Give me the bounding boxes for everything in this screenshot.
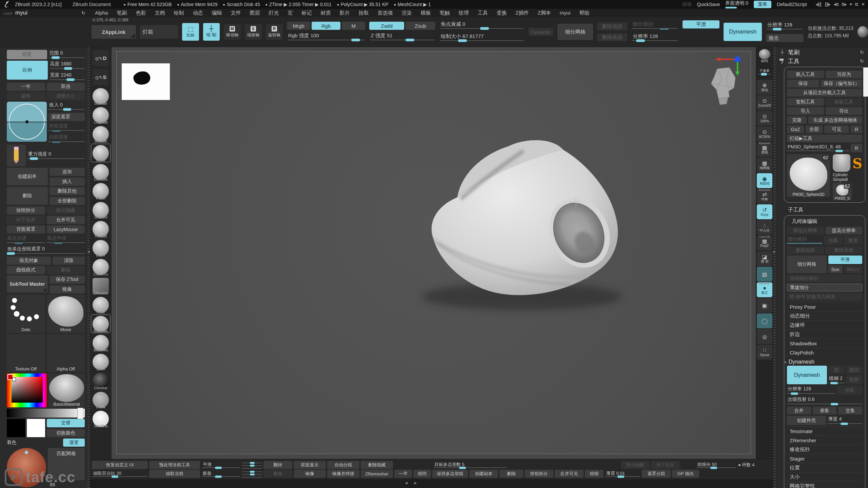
gradient-button[interactable]: 渐变 <box>63 439 85 447</box>
menu-item[interactable]: Z插件 <box>515 10 529 16</box>
main-color-swatch[interactable] <box>7 419 25 437</box>
right-shelf-button[interactable]: ∴ 中心点 <box>757 220 772 235</box>
bottom-bar-item[interactable]: 平滑 <box>201 461 240 469</box>
bottom-bar-item[interactable] <box>242 470 262 478</box>
geometry-subsection-row[interactable]: 边缘环 <box>787 320 862 329</box>
zbrush-s-logo[interactable]: S <box>852 155 862 171</box>
import-button[interactable]: 导入 <box>787 107 824 115</box>
embed-slider[interactable]: 嵌入 0 <box>48 102 85 111</box>
save-ztool-button[interactable]: 保存 ZTool <box>50 276 85 284</box>
menu-item[interactable]: 工具 <box>477 10 488 16</box>
geometry-subsection-row[interactable]: ZRemesher <box>787 435 862 445</box>
menu-item[interactable]: 笔触 <box>439 10 450 16</box>
geometry-header[interactable]: 几何体编辑 <box>787 217 862 225</box>
paste-tool-button[interactable]: 粘贴工具 <box>826 98 863 106</box>
bottom-bar-item[interactable]: 相同 <box>413 470 431 478</box>
shelf-item[interactable]: DamSta <box>91 163 110 181</box>
right-shelf-button[interactable]: ⊕ 滚动 <box>757 80 772 95</box>
mrgb-button[interactable]: Mrgb <box>287 22 310 30</box>
delete-button[interactable]: 删除 <box>7 187 48 205</box>
right-shelf-button[interactable]: BPR <box>757 48 772 63</box>
backface-mask-button[interactable]: 背面遮罩 <box>7 225 45 233</box>
bottom-bar-item[interactable]: 镜像并焊接 <box>327 470 359 478</box>
bottom-bar-item[interactable]: 向下合并 <box>651 461 680 469</box>
bottom-bar-item[interactable] <box>242 461 262 469</box>
make-polymesh-button[interactable]: 生成 多边形网格物体 <box>808 116 862 124</box>
sdiv-slider[interactable]: 细分级别 <box>631 21 678 30</box>
right-shelf-button[interactable]: ∷ Xpose <box>757 345 772 360</box>
shelf-item[interactable]: Move <box>91 144 110 162</box>
quicksave-button[interactable]: QuickSave <box>697 2 720 7</box>
lazy-step-slider[interactable]: 延迟步进 <box>7 235 45 244</box>
del-lower-button[interactable]: 删除低级 <box>597 22 627 30</box>
tool-refresh-icon[interactable]: ↻ <box>860 58 864 64</box>
bottom-bar-item[interactable]: 恢复自定义 UI <box>92 461 148 469</box>
mirror-button[interactable]: 镜像 <box>50 285 85 293</box>
right-shelf-button[interactable]: ◪ 透 明 <box>757 251 772 266</box>
menu-item[interactable]: 纹理 <box>458 10 469 16</box>
polish-button[interactable]: 抛光 <box>766 34 804 42</box>
restore-button[interactable]: 恢复 <box>844 236 862 245</box>
draw-size-slider[interactable]: 绘制大小 67.81777 <box>439 33 524 43</box>
bottom-bar-item[interactable]: ZRemesher <box>361 470 393 478</box>
match-mesh-button[interactable]: 匹配网格 <box>48 448 85 480</box>
dynamesh-subsection-header[interactable]: Dynamesh <box>787 359 862 365</box>
color-picker[interactable] <box>7 373 47 407</box>
shelf-item[interactable]: TrimDyr <box>91 220 110 238</box>
bottom-bar-item[interactable]: 厚度 0.01 <box>605 470 640 478</box>
bottom-bar-item[interactable]: 保持多边形组 <box>432 470 468 478</box>
rotate-axis-button[interactable]: R旋转轴 <box>266 24 283 40</box>
goz-visible-button[interactable]: 可见 <box>824 125 849 133</box>
shelf-item[interactable]: D <box>91 49 110 67</box>
m-button[interactable]: M <box>342 22 365 30</box>
subtract-button[interactable]: 差集 <box>813 407 837 414</box>
edit-mode-button[interactable]: ⬚Edit <box>182 23 199 41</box>
window-control-icon[interactable]: ⧉▸ <box>842 2 846 7</box>
pick-button[interactable]: 拾取 <box>837 386 862 395</box>
active-tool-slider[interactable]: PM3D_Sphere3D1_8. 48 <box>787 144 849 152</box>
right-shelf-button[interactable]: ◉ 局部转 <box>757 173 772 188</box>
subtool-section-header[interactable]: 子工具 <box>779 205 865 214</box>
lazy-radius-slider[interactable]: 延迟半径 <box>47 235 85 244</box>
tool-palette-header[interactable]: 工具 ↻ <box>779 57 865 65</box>
double-button[interactable]: 双倍 <box>47 83 85 91</box>
shelf-item[interactable]: CurveTu <box>91 258 110 276</box>
brush-palette-header[interactable]: ┼ 笔刷 ↻ <box>779 48 865 57</box>
lightbox-tool-button[interactable]: 灯箱▶工具 <box>787 135 862 142</box>
menu-item[interactable]: Z脚本 <box>538 10 551 16</box>
geometry-subsection-row[interactable]: ClayPolish <box>787 348 862 357</box>
fill-object-button[interactable]: 填充对象 <box>7 257 51 265</box>
menu-item[interactable]: 变换 <box>496 10 507 16</box>
window-control-icon[interactable]: ⧉ <box>855 2 858 7</box>
menu-item[interactable]: 宏 <box>288 10 293 16</box>
dynamesh-resolution-slider-rp[interactable]: 分辨率 128 <box>787 386 835 395</box>
bottom-bar-item[interactable]: 遮罩分组 <box>642 470 671 478</box>
material-preview-icon[interactable] <box>857 26 868 38</box>
sphere-tool-thumbnail[interactable]: 62 PM3D_S <box>833 183 852 200</box>
higher-res-button[interactable]: 提高分辨率 <box>826 227 863 235</box>
curve-mode-button[interactable]: 曲线模式 <box>7 266 45 274</box>
export-button[interactable]: 导出 <box>826 107 863 115</box>
shelf-item[interactable]: BasicMa <box>91 334 110 352</box>
tool-r-button[interactable]: R <box>851 144 862 152</box>
bottom-bar-item[interactable]: 膨胀 <box>201 470 240 478</box>
gradient-handle[interactable] <box>77 408 83 419</box>
right-shelf-button[interactable]: Line Fill ▦ PolyF <box>757 236 772 250</box>
bpr-to-geo-button[interactable]: 将 BPR 转换为几何体 <box>787 293 862 301</box>
save-as-button[interactable]: 另存为 <box>826 70 863 78</box>
gravity-slider[interactable]: 重力强度 0 <box>27 151 85 160</box>
window-control-icon[interactable]: ▾ <box>850 2 852 7</box>
depth-mask-button[interactable]: 深度遮罩 <box>48 113 85 121</box>
shelf-item[interactable]: SkinSha <box>91 410 110 428</box>
geometry-subsection-row[interactable]: 修改拓扑 <box>787 445 862 454</box>
divide-button[interactable]: 细分网格 <box>557 24 593 40</box>
reconstruct-button[interactable]: 重建细分 <box>787 284 862 291</box>
material-slot[interactable]: BasicMaterial <box>48 373 85 407</box>
bottom-bar-item[interactable]: 删除隐藏 <box>361 461 393 469</box>
right-shelf-button[interactable]: Dynamic ⇄ 对称 <box>757 189 772 204</box>
window-control-icon[interactable]: ◂⧉ <box>834 2 839 7</box>
append-button[interactable]: 追加 <box>50 168 85 176</box>
geometry-subsection-row[interactable]: 折边 <box>787 329 862 339</box>
lazymouse-button[interactable]: LazyMouse <box>47 225 85 233</box>
background-button[interactable]: 背景 <box>7 50 47 59</box>
